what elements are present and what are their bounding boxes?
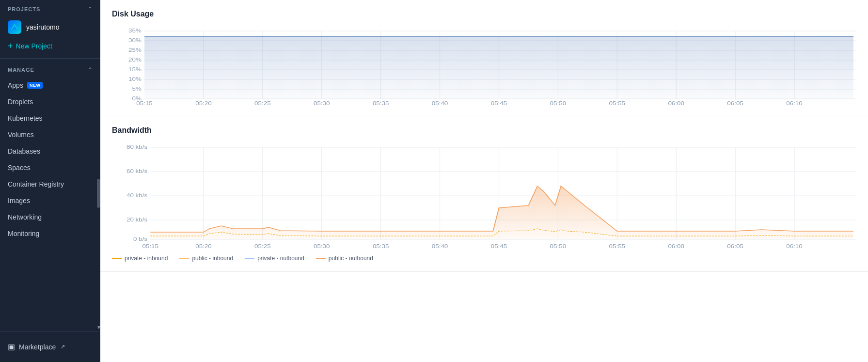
- legend-label-public-inbound: public - inbound: [192, 255, 233, 262]
- manage-label: MANAGE: [8, 67, 34, 73]
- sidebar-item-droplets-label: Droplets: [8, 98, 33, 106]
- legend-public-outbound: public - outbound: [316, 255, 373, 262]
- svg-text:60 kb/s: 60 kb/s: [126, 168, 147, 174]
- svg-text:06:05: 06:05: [727, 243, 743, 250]
- sidebar-item-networking[interactable]: Networking: [0, 209, 100, 225]
- bandwidth-legend: private - inbound public - inbound priva…: [112, 255, 856, 262]
- sidebar-item-apps[interactable]: Apps NEW: [0, 77, 100, 94]
- sidebar-item-monitoring-label: Monitoring: [8, 230, 39, 237]
- svg-text:05:20: 05:20: [195, 100, 212, 106]
- legend-line-private-outbound: [245, 258, 254, 259]
- sidebar-item-volumes[interactable]: Volumes: [0, 126, 100, 143]
- projects-header: PROJECTS ⌃: [0, 0, 100, 16]
- svg-text:05:30: 05:30: [314, 100, 330, 106]
- sidebar-item-spaces-label: Spaces: [8, 164, 31, 172]
- svg-text:80 kb/s: 80 kb/s: [126, 144, 147, 150]
- svg-text:05:15: 05:15: [142, 243, 158, 250]
- svg-text:05:55: 05:55: [609, 100, 626, 106]
- disk-usage-section: Disk Usage: [100, 0, 868, 116]
- svg-text:06:00: 06:00: [668, 100, 684, 106]
- sidebar-item-container-registry-label: Container Registry: [8, 180, 64, 188]
- svg-text:05:55: 05:55: [609, 243, 626, 250]
- svg-text:20 kb/s: 20 kb/s: [126, 217, 147, 223]
- legend-line-public-inbound: [179, 258, 189, 259]
- main-content: Disk Usage: [100, 0, 868, 362]
- svg-text:15%: 15%: [128, 66, 142, 73]
- bandwidth-svg: 80 kb/s 60 kb/s 40 kb/s 20 kb/s 0 b/s 05…: [112, 142, 856, 254]
- scrollbar-track: ▼: [96, 77, 100, 331]
- bandwidth-chart: 80 kb/s 60 kb/s 40 kb/s 20 kb/s 0 b/s 05…: [112, 142, 856, 249]
- svg-text:05:25: 05:25: [254, 100, 271, 106]
- bandwidth-title: Bandwidth: [112, 126, 856, 135]
- svg-text:0 b/s: 0 b/s: [133, 236, 147, 242]
- legend-label-private-inbound: private - inbound: [125, 255, 168, 262]
- sidebar-item-droplets[interactable]: Droplets: [0, 94, 100, 110]
- legend-private-inbound: private - inbound: [112, 255, 168, 262]
- marketplace-item[interactable]: ▣ Marketplace ↗: [0, 337, 100, 356]
- legend-label-private-outbound: private - outbound: [257, 255, 304, 262]
- svg-text:25%: 25%: [128, 47, 142, 53]
- legend-line-private-inbound: [112, 258, 122, 259]
- project-name: yasirutomo: [26, 23, 59, 31]
- chevron-up-icon[interactable]: ⌃: [88, 6, 93, 13]
- svg-text:05:15: 05:15: [136, 100, 153, 106]
- sidebar-item-kubernetes-label: Kubernetes: [8, 114, 43, 122]
- sidebar-item-container-registry[interactable]: Container Registry: [0, 176, 100, 192]
- divider: [0, 58, 100, 59]
- svg-text:30%: 30%: [128, 37, 142, 44]
- nav-scroll-area: Apps NEW Droplets Kubernetes Volumes Dat…: [0, 77, 100, 331]
- sidebar-item-monitoring[interactable]: Monitoring: [0, 225, 100, 242]
- svg-text:05:35: 05:35: [373, 243, 389, 250]
- marketplace-icon: ▣: [8, 342, 15, 351]
- manage-header: MANAGE ⌃: [0, 63, 100, 77]
- svg-text:05:40: 05:40: [432, 100, 448, 106]
- svg-text:06:10: 06:10: [786, 243, 803, 250]
- svg-text:20%: 20%: [128, 57, 142, 63]
- project-item[interactable]: yasirutomo: [0, 16, 100, 38]
- sidebar-item-databases-label: Databases: [8, 147, 40, 155]
- scrollbar-thumb[interactable]: [97, 179, 100, 208]
- sidebar-item-images[interactable]: Images: [0, 192, 100, 209]
- svg-text:05:25: 05:25: [254, 243, 271, 250]
- disk-usage-svg: 35% 30% 25% 20% 15% 10% 5% 0% 05:15 05:2…: [112, 26, 856, 106]
- marketplace-label: Marketplace: [19, 343, 56, 351]
- projects-label: PROJECTS: [8, 6, 40, 12]
- new-project-button[interactable]: + New Project: [0, 38, 100, 54]
- disk-usage-title: Disk Usage: [112, 10, 856, 18]
- disk-usage-chart: 35% 30% 25% 20% 15% 10% 5% 0% 05:15 05:2…: [112, 26, 856, 106]
- svg-text:05:45: 05:45: [491, 243, 507, 250]
- svg-text:35%: 35%: [128, 28, 142, 34]
- svg-text:05:40: 05:40: [432, 243, 448, 250]
- new-badge: NEW: [27, 82, 43, 89]
- svg-text:05:35: 05:35: [373, 100, 389, 106]
- svg-text:40 kb/s: 40 kb/s: [126, 192, 147, 199]
- sidebar-item-images-label: Images: [8, 197, 30, 205]
- svg-text:5%: 5%: [132, 86, 142, 92]
- sidebar: PROJECTS ⌃ yasirutomo + New Project MANA…: [0, 0, 100, 362]
- svg-text:05:50: 05:50: [550, 243, 567, 250]
- scroll-down-arrow[interactable]: ▼: [96, 325, 100, 331]
- sidebar-item-networking-label: Networking: [8, 213, 42, 221]
- svg-text:05:20: 05:20: [195, 243, 212, 250]
- svg-text:06:10: 06:10: [786, 100, 803, 106]
- legend-label-public-outbound: public - outbound: [329, 255, 373, 262]
- plus-icon: +: [8, 42, 13, 50]
- legend-private-outbound: private - outbound: [245, 255, 304, 262]
- svg-text:10%: 10%: [128, 76, 142, 82]
- svg-text:05:50: 05:50: [550, 100, 567, 106]
- sidebar-item-kubernetes[interactable]: Kubernetes: [0, 110, 100, 126]
- sidebar-item-volumes-label: Volumes: [8, 131, 34, 139]
- svg-text:05:45: 05:45: [491, 100, 507, 106]
- sidebar-item-apps-label: Apps: [8, 81, 23, 89]
- sidebar-item-databases[interactable]: Databases: [0, 143, 100, 159]
- svg-text:06:00: 06:00: [668, 243, 684, 250]
- bandwidth-section: Bandwidth: [100, 116, 868, 272]
- chevron-up-icon-manage[interactable]: ⌃: [88, 66, 93, 73]
- new-project-label: New Project: [16, 42, 52, 50]
- project-icon: [8, 20, 21, 34]
- external-link-icon: ↗: [61, 344, 65, 350]
- sidebar-item-spaces[interactable]: Spaces: [0, 159, 100, 176]
- svg-text:05:30: 05:30: [314, 243, 330, 250]
- legend-line-public-outbound: [316, 258, 326, 259]
- sidebar-bottom: ▣ Marketplace ↗: [0, 331, 100, 362]
